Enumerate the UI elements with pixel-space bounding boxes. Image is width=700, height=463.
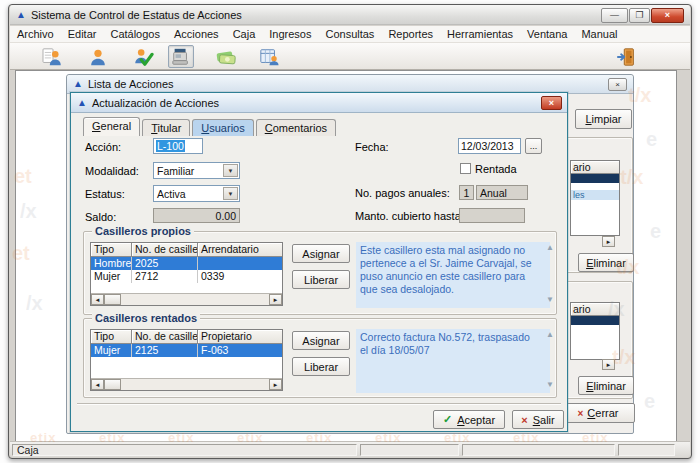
partial-selected-row[interactable] <box>571 174 619 183</box>
horizontal-scrollbar[interactable]: ◄ ► <box>91 378 282 390</box>
liberar-button-propios[interactable]: Liberar <box>292 270 350 289</box>
lista-partial-table-top[interactable]: ario les <box>570 160 620 236</box>
scroll-up-icon[interactable]: ▲ <box>546 331 554 339</box>
partial-selected-row[interactable] <box>571 316 619 325</box>
status-panel <box>462 444 615 456</box>
cross-icon: × <box>521 414 527 426</box>
asignar-button-propios[interactable]: Asignar <box>292 244 350 263</box>
toolbar <box>10 43 690 70</box>
estatus-label: Estatus: <box>85 188 125 200</box>
user-icon[interactable] <box>85 45 111 68</box>
table-row[interactable]: Hombre 2025 <box>91 257 282 270</box>
horizontal-scrollbar[interactable]: ◄ ► <box>91 293 282 305</box>
menu-herramientas[interactable]: Herramientas <box>440 28 520 40</box>
limpiar-button[interactable]: Limpiar <box>575 109 632 129</box>
menu-consultas[interactable]: Consultas <box>318 28 381 40</box>
asignar-button-rentados[interactable]: Asignar <box>292 331 350 350</box>
menu-ventana[interactable]: Ventana <box>520 28 574 40</box>
estatus-select[interactable]: Activa ▼ <box>153 185 240 202</box>
column-header[interactable]: Propietario <box>198 330 282 344</box>
chevron-down-icon[interactable]: ▼ <box>223 164 238 177</box>
scroll-down-icon[interactable]: ▼ <box>546 381 554 389</box>
chevron-down-icon[interactable]: ▼ <box>223 187 238 200</box>
minimize-button[interactable]: — <box>601 8 628 23</box>
manto-field <box>459 208 525 223</box>
scroll-down-icon[interactable]: ▼ <box>546 296 554 304</box>
propios-comment[interactable]: Este casillero esta mal asignado no pert… <box>356 242 550 308</box>
menu-acciones[interactable]: Acciones <box>167 28 226 40</box>
actualizacion-dialog: ▲ Actualización de Acciones × General Ti… <box>70 92 568 432</box>
app-titlebar[interactable]: ▲ Sistema de Control de Estatus de Accio… <box>10 5 690 25</box>
accion-selected-text: L-100 <box>156 140 185 152</box>
column-header[interactable]: Tipo <box>91 243 132 257</box>
table-row[interactable]: Mujer 2712 0339 <box>91 270 282 283</box>
pagos-label: No. pagos anuales: <box>355 187 450 199</box>
rentados-comment[interactable]: Correcto factura No.572, traspasado el d… <box>356 329 550 393</box>
rentada-checkbox[interactable] <box>460 163 471 174</box>
fecha-input[interactable]: 12/03/2013 <box>458 138 521 154</box>
exit-door-icon[interactable] <box>614 45 640 68</box>
money-bills-icon[interactable] <box>213 45 239 68</box>
menu-ingresos[interactable]: Ingresos <box>262 28 318 40</box>
scroll-right-icon[interactable]: ► <box>602 359 615 370</box>
scroll-left-icon[interactable]: ◄ <box>91 294 104 305</box>
menu-caja[interactable]: Caja <box>226 28 263 40</box>
scroll-right-icon[interactable]: ► <box>269 294 282 305</box>
tab-general[interactable]: General <box>83 117 140 136</box>
menu-catalogos[interactable]: Catálogos <box>103 28 167 40</box>
lista-close-button[interactable]: × <box>608 78 627 91</box>
mdi-area: ▲ Lista de Acciones × Limpiar ario les ► <box>15 70 677 442</box>
column-header[interactable]: No. de casillero <box>132 243 198 257</box>
casilleros-propios-group: Casilleros propios Tipo No. de casillero… <box>83 231 557 315</box>
scroll-left-icon[interactable]: ◄ <box>91 379 104 390</box>
column-header[interactable]: No. de casillero <box>132 330 198 344</box>
tab-titular[interactable]: Titular <box>142 119 190 136</box>
rentada-label: Rentada <box>475 163 517 175</box>
user-check-icon[interactable] <box>130 45 156 68</box>
scrollbar-thumb[interactable] <box>104 294 121 305</box>
eliminar-button-bottom[interactable]: Eliminar <box>578 376 634 395</box>
close-x-icon: × <box>577 408 583 419</box>
propios-table[interactable]: Tipo No. de casillero Arrendatario Hombr… <box>90 242 283 306</box>
tab-usuarios[interactable]: Usuarios <box>192 119 253 136</box>
tab-comentarios[interactable]: Comentarios <box>256 119 336 136</box>
eliminar-button-top[interactable]: Eliminar <box>578 253 634 272</box>
lista-partial-table-bottom[interactable]: ario <box>570 302 620 360</box>
fecha-browse-button[interactable]: ... <box>525 138 542 154</box>
column-header[interactable]: Tipo <box>91 330 132 344</box>
accion-input[interactable]: L-100 <box>153 138 203 154</box>
pagos-field: 1 <box>459 185 474 200</box>
saldo-field: 0.00 <box>153 208 240 223</box>
dialog-title: Actualización de Acciones <box>92 97 219 109</box>
table-row[interactable]: Mujer 2125 F-063 <box>91 344 282 357</box>
aceptar-button[interactable]: ✓ Aceptar <box>433 410 505 429</box>
scrollbar-thumb[interactable] <box>104 379 121 390</box>
cash-register-icon[interactable] <box>168 45 194 68</box>
rentados-table[interactable]: Tipo No. de casillero Propietario Mujer … <box>90 329 283 391</box>
menu-editar[interactable]: Editar <box>61 28 104 40</box>
column-header[interactable]: Arrendatario <box>198 243 282 257</box>
liberar-button-rentados[interactable]: Liberar <box>292 357 350 376</box>
user-document-icon[interactable] <box>40 45 66 68</box>
menu-archivo[interactable]: Archivo <box>10 28 61 40</box>
dialog-titlebar[interactable]: ▲ Actualización de Acciones <box>71 93 567 113</box>
scroll-right-icon[interactable]: ► <box>602 236 615 247</box>
menu-manual[interactable]: Manual <box>574 28 624 40</box>
status-panel <box>360 444 459 456</box>
menubar: Archivo Editar Catálogos Acciones Caja I… <box>10 26 690 43</box>
scroll-up-icon[interactable]: ▲ <box>546 244 554 252</box>
partial-row[interactable]: les <box>571 190 619 200</box>
window-controls: — ❐ × <box>601 8 684 23</box>
close-button[interactable]: × <box>651 8 684 23</box>
payment-table-icon[interactable] <box>256 45 282 68</box>
scroll-right-icon[interactable]: ► <box>269 379 282 390</box>
partial-column-header: ario <box>571 161 619 174</box>
modalidad-select[interactable]: Familiar ▼ <box>153 162 240 179</box>
pagos-period-field: Anual <box>476 185 528 200</box>
partial-column-header: ario <box>571 303 619 316</box>
maximize-button[interactable]: ❐ <box>629 8 650 23</box>
menu-reportes[interactable]: Reportes <box>381 28 440 40</box>
salir-button[interactable]: × Salir <box>512 410 564 429</box>
dialog-close-button[interactable]: × <box>541 96 562 110</box>
cerrar-button[interactable]: × Cerrar <box>561 403 635 423</box>
